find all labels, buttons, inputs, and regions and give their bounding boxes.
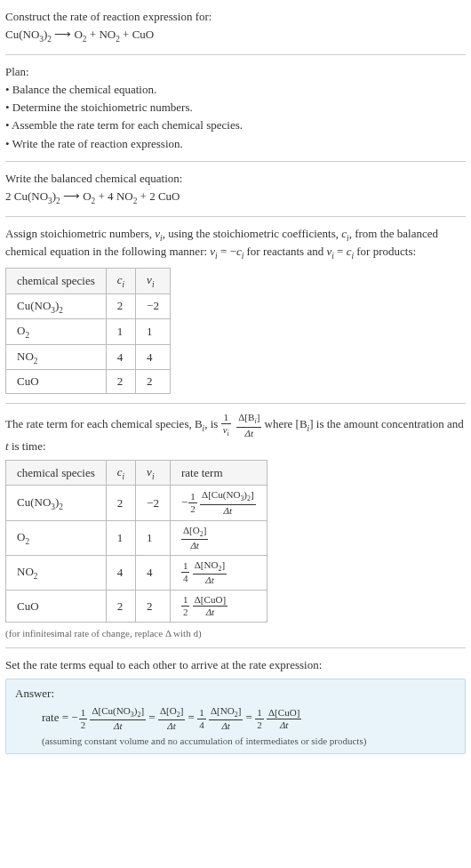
stoich-table: chemical species ci νi Cu(NO3)2 2 −2 O2 … [5, 268, 171, 394]
unbalanced-equation: Cu(NO3)2 ⟶ O2 + NO2 + CuO [5, 27, 466, 45]
divider [5, 216, 466, 217]
fraction: Δ[Bi]Δt [236, 413, 261, 438]
col-nu: νi [136, 460, 171, 486]
rate-expression: rate = −12 Δ[Cu(NO3)2]Δt = Δ[O2]Δt = 14 … [42, 706, 456, 731]
species-no2: NO2 [99, 28, 119, 41]
arrow: ⟶ [54, 28, 74, 41]
final-section: Set the rate terms equal to each other t… [5, 657, 466, 753]
table-header-row: chemical species ci νi [6, 269, 171, 294]
balanced-section: Write the balanced chemical equation: 2 … [5, 171, 466, 207]
species-o2: O2 [74, 28, 86, 41]
fraction: 1νi [221, 413, 231, 438]
table-row: CuO 2 2 [6, 370, 171, 394]
table-row: O2 1 1 Δ[O2]Δt [6, 520, 267, 555]
assumption-note: (assuming constant volume and no accumul… [42, 735, 456, 746]
infinitesimal-note: (for infinitesimal rate of change, repla… [5, 628, 466, 639]
plan-item: • Balance the chemical equation. [5, 82, 466, 98]
table-row: NO2 4 4 14 Δ[NO2]Δt [6, 555, 267, 590]
plan-item: • Assemble the rate term for each chemic… [5, 117, 466, 133]
plan-item: • Write the rate of reaction expression. [5, 136, 466, 152]
table-row: O2 1 1 [6, 319, 171, 345]
divider [5, 54, 466, 55]
plus: + [123, 28, 132, 41]
divider [5, 647, 466, 648]
balanced-title: Write the balanced chemical equation: [5, 171, 466, 187]
plan-item: • Determine the stoichiometric numbers. [5, 100, 466, 116]
species-cuo: CuO [132, 28, 155, 41]
answer-label: Answer: [15, 687, 456, 701]
plan-section: Plan: • Balance the chemical equation. •… [5, 64, 466, 152]
balanced-equation: 2 Cu(NO3)2 ⟶ O2 + 4 NO2 + 2 CuO [5, 189, 466, 207]
col-c: ci [106, 269, 135, 294]
divider [5, 403, 466, 404]
assign-section: Assign stoichiometric numbers, νi, using… [5, 226, 466, 395]
table-row: NO2 4 4 [6, 344, 171, 370]
species-cu: Cu(NO3)2 [5, 28, 52, 41]
table-row: CuO 2 2 12 Δ[CuO]Δt [6, 591, 267, 623]
plan-title: Plan: [5, 64, 466, 80]
col-nu: νi [136, 269, 171, 294]
rate-term-section: The rate term for each chemical species,… [5, 413, 466, 639]
table-header-row: chemical species ci νi rate term [6, 460, 267, 486]
answer-box: Answer: rate = −12 Δ[Cu(NO3)2]Δt = Δ[O2]… [5, 679, 466, 753]
rate-table: chemical species ci νi rate term Cu(NO3)… [5, 460, 267, 623]
col-species: chemical species [6, 460, 107, 486]
assign-text: Assign stoichiometric numbers, νi, using… [5, 226, 466, 262]
table-row: Cu(NO3)2 2 −2 −12 Δ[Cu(NO3)2]Δt [6, 486, 267, 520]
problem-header: Construct the rate of reaction expressio… [5, 9, 466, 45]
rate-intro: The rate term for each chemical species,… [5, 413, 466, 454]
col-rate: rate term [170, 460, 267, 486]
prompt-text: Construct the rate of reaction expressio… [5, 9, 466, 25]
col-species: chemical species [6, 269, 107, 294]
table-row: Cu(NO3)2 2 −2 [6, 293, 171, 319]
col-c: ci [106, 460, 135, 486]
divider [5, 161, 466, 162]
plus: + [90, 28, 100, 41]
set-equal-text: Set the rate terms equal to each other t… [5, 657, 466, 673]
